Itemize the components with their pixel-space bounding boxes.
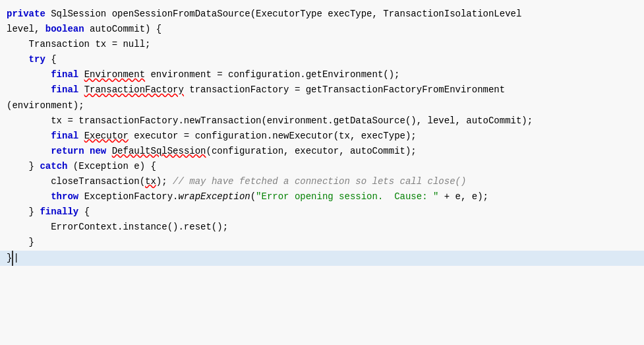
- type: SqlSession: [51, 7, 111, 22]
- code-text: [106, 144, 111, 159]
- code-line: throw ExceptionFactory.wrapException("Er…: [0, 189, 644, 204]
- var-squiggly: tx: [145, 174, 156, 189]
- code-line: try {: [0, 52, 644, 67]
- code-text: = null;: [106, 37, 150, 52]
- code-text: tx = transactionFactory.newTransaction(e…: [51, 113, 533, 129]
- keyword: return: [51, 144, 84, 159]
- code-indent: [7, 82, 51, 98]
- code-indent: }: [7, 159, 40, 174]
- code-text: [78, 129, 84, 144]
- code-text: (environment);: [7, 98, 84, 113]
- code-text: ErrorContext.instance().reset();: [51, 220, 228, 235]
- keyword: final: [51, 67, 78, 82]
- keyword: try: [29, 52, 45, 67]
- string-literal: "Error opening session. Cause: ": [256, 189, 438, 204]
- code-indent: }: [7, 204, 40, 220]
- code-line: } finally {: [0, 204, 644, 220]
- method-italic: wrapException: [178, 189, 250, 204]
- code-line: (environment);: [0, 98, 644, 113]
- code-line: level, boolean autoCommit) {: [0, 22, 644, 37]
- code-line: final Environment environment = configur…: [0, 67, 644, 82]
- keyword: boolean: [45, 22, 84, 37]
- code-text: (: [250, 189, 256, 204]
- code-text: {: [78, 204, 90, 220]
- keyword-finally: finally: [40, 204, 78, 220]
- code-line: tx = transactionFactory.newTransaction(e…: [0, 113, 644, 129]
- code-indent: [7, 67, 51, 82]
- code-line: ErrorContext.instance().reset();: [0, 220, 644, 235]
- keyword: new: [90, 144, 106, 159]
- code-line: closeTransaction(tx); // may have fetche…: [0, 174, 644, 189]
- code-text: {: [45, 52, 57, 67]
- code-indent: [7, 220, 51, 235]
- type-squiggly: Environment: [84, 67, 145, 82]
- code-text: );: [156, 174, 173, 189]
- code-text: }: [29, 235, 34, 250]
- code-text: }: [7, 251, 12, 266]
- type-squiggly: Executor: [84, 129, 129, 144]
- code-text: (ExecutorType execType, TransactionIsola…: [250, 7, 522, 22]
- code-indent: [7, 189, 51, 204]
- code-text: closeTransaction(: [51, 174, 145, 189]
- code-line: }: [0, 235, 644, 250]
- code-line-last: }|: [0, 251, 644, 266]
- code-indent: Transaction: [7, 37, 95, 52]
- comment: // may have fetched a connection so lets…: [173, 174, 466, 189]
- code-text: [84, 144, 90, 159]
- code-line: final Executor executor = configuration.…: [0, 129, 644, 144]
- code-indent: [7, 235, 29, 250]
- code-line: final TransactionFactory transactionFact…: [0, 82, 644, 98]
- code-indent: [7, 52, 29, 67]
- keyword: throw: [51, 189, 78, 204]
- type-squiggly: TransactionFactory: [84, 82, 184, 98]
- variable: tx: [95, 37, 106, 52]
- code-text: environment = configuration.getEnvironme…: [145, 67, 399, 82]
- code-text: executor = configuration.newExecutor(tx,…: [129, 129, 417, 144]
- code-line: Transaction tx = null;: [0, 37, 644, 52]
- keyword: private: [7, 7, 51, 22]
- code-text: (configuration, executor, autoCommit);: [206, 144, 417, 159]
- code-indent: [7, 174, 51, 189]
- keyword: final: [51, 129, 78, 144]
- keyword: catch: [40, 159, 67, 174]
- code-indent: [7, 129, 51, 144]
- code-text: [78, 67, 84, 82]
- code-line: private SqlSession openSessionFromDataSo…: [0, 7, 644, 22]
- code-text: (Exception e) {: [67, 159, 156, 174]
- code-line: return new DefaultSqlSession(configurati…: [0, 144, 644, 159]
- keyword: final: [51, 82, 78, 98]
- code-text: transactionFactory = getTransactionFacto…: [184, 82, 505, 98]
- code-text: level,: [7, 22, 45, 37]
- method-name: openSessionFromDataSource: [112, 7, 250, 22]
- type-squiggly: DefaultSqlSession: [112, 144, 206, 159]
- code-editor: private SqlSession openSessionFromDataSo…: [0, 0, 644, 345]
- code-indent: [7, 144, 51, 159]
- code-text: ExceptionFactory.: [78, 189, 178, 204]
- cursor: |: [12, 251, 18, 266]
- code-text: [78, 82, 84, 98]
- code-text: autoCommit) {: [84, 22, 162, 37]
- code-indent: [7, 113, 51, 129]
- code-line: } catch (Exception e) {: [0, 159, 644, 174]
- code-text: + e, e);: [438, 189, 488, 204]
